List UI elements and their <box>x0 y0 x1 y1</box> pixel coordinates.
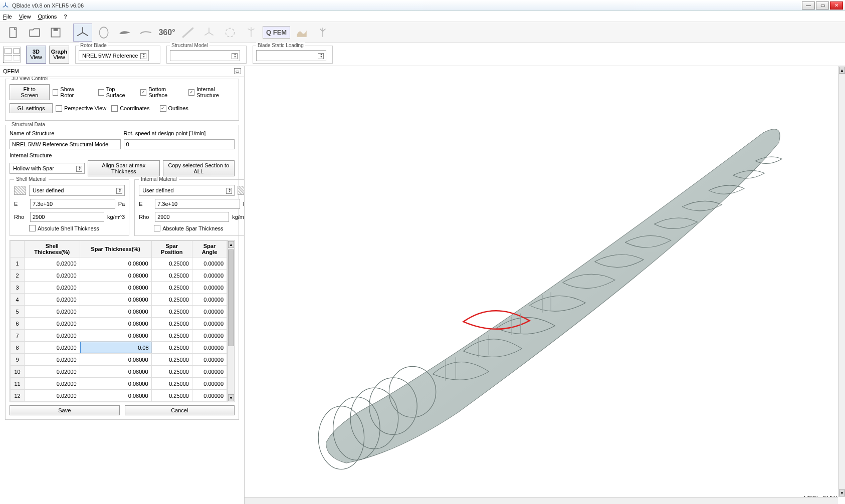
rotor-spin-icon[interactable] <box>221 24 240 42</box>
col-shell-thickness[interactable]: Shell Thickness(%) <box>25 241 80 258</box>
table-cell[interactable]: 0.08000 <box>80 366 151 378</box>
table-row[interactable]: 110.020000.080000.250000.00000 <box>11 378 227 390</box>
abs-shell-thickness-checkbox[interactable]: Absolute Shell Thickness <box>29 225 125 231</box>
close-button[interactable]: ✕ <box>830 2 843 10</box>
table-cell[interactable]: 0.02000 <box>25 330 80 342</box>
internal-structure-checkbox[interactable]: Internal Structure <box>188 86 235 98</box>
table-cell[interactable]: 0.02000 <box>25 258 80 270</box>
turbine-small-icon[interactable] <box>242 24 261 42</box>
table-cell[interactable]: 0.02000 <box>25 342 80 354</box>
new-file-icon[interactable] <box>4 24 23 42</box>
airfoil-icon[interactable] <box>115 24 134 42</box>
fit-to-screen-button[interactable]: Fit to Screen <box>10 84 50 100</box>
col-spar-position[interactable]: Spar Position <box>151 241 192 258</box>
viewport-scrollbar-v[interactable]: ▲ ▼ <box>838 66 845 497</box>
table-cell[interactable]: 0.00000 <box>192 342 227 354</box>
qfem-button[interactable]: Q FEM <box>263 26 290 39</box>
table-row[interactable]: 50.020000.080000.250000.00000 <box>11 306 227 318</box>
table-scrollbar[interactable]: ▲ ▼ <box>227 240 234 402</box>
bottom-surface-checkbox[interactable]: Bottom Surface <box>140 86 182 98</box>
table-cell[interactable]: 0.08000 <box>80 306 151 318</box>
table-row[interactable]: 10.020000.080000.250000.00000 <box>11 258 227 270</box>
perspective-view-checkbox[interactable]: Perspective View <box>56 105 106 112</box>
internal-rho-input[interactable] <box>155 212 229 222</box>
table-cell[interactable]: 0.00000 <box>192 306 227 318</box>
menu-options[interactable]: Options <box>38 14 57 20</box>
table-row[interactable]: 60.020000.080000.250000.00000 <box>11 318 227 330</box>
gl-settings-button[interactable]: GL settings <box>10 103 53 113</box>
table-cell[interactable]: 0.08000 <box>80 354 151 366</box>
table-cell[interactable]: 0.00000 <box>192 378 227 390</box>
table-cell[interactable]: 0.00000 <box>192 270 227 282</box>
panel-restore-icon[interactable]: ▭ <box>234 68 241 74</box>
table-row[interactable]: 90.020000.080000.250000.00000 <box>11 354 227 366</box>
col-spar-thickness[interactable]: Spar Thickness(%) <box>80 241 151 258</box>
cell-editor[interactable] <box>80 342 151 353</box>
outlines-checkbox[interactable]: Outlines <box>160 105 188 112</box>
blade-icon[interactable] <box>178 24 197 42</box>
table-cell[interactable]: 0.00000 <box>192 318 227 330</box>
scroll-up-icon[interactable]: ▲ <box>228 241 234 248</box>
save-file-icon[interactable] <box>46 24 65 42</box>
viewport-scrollbar-h[interactable] <box>245 497 838 504</box>
table-row[interactable]: 120.020000.080000.250000.00000 <box>11 390 227 402</box>
table-cell[interactable]: 0.02000 <box>25 354 80 366</box>
table-cell[interactable]: 0.00000 <box>192 282 227 294</box>
top-surface-checkbox[interactable]: Top Surface <box>98 86 132 98</box>
3d-viewport[interactable]: NREL_5MW ▲ ▼ <box>245 66 845 504</box>
table-cell[interactable]: 0.08000 <box>80 318 151 330</box>
name-structure-input[interactable] <box>10 139 121 149</box>
table-cell[interactable]: 0.25000 <box>151 294 192 306</box>
layout-quad-icon[interactable] <box>3 47 21 63</box>
scroll-down-icon[interactable]: ▼ <box>228 394 234 401</box>
ellipse-icon[interactable] <box>94 24 113 42</box>
surface-icon[interactable] <box>292 24 311 42</box>
table-cell[interactable]: 0.00000 <box>192 366 227 378</box>
table-cell[interactable]: 0.08000 <box>80 270 151 282</box>
view-graph-button[interactable]: GraphView <box>49 46 69 64</box>
table-cell[interactable]: 0.25000 <box>151 306 192 318</box>
minimize-button[interactable]: — <box>802 2 815 10</box>
table-cell[interactable]: 0.02000 <box>25 318 80 330</box>
angle-360-icon[interactable]: 360° <box>157 24 176 42</box>
menu-file[interactable]: File <box>3 14 12 20</box>
table-cell[interactable] <box>80 342 151 354</box>
table-cell[interactable]: 0.00000 <box>192 330 227 342</box>
internal-e-input[interactable] <box>155 199 240 209</box>
copy-section-button[interactable]: Copy selected Section to ALL <box>163 160 235 176</box>
table-cell[interactable]: 0.25000 <box>151 270 192 282</box>
align-spar-button[interactable]: Align Spar at max Thickness <box>88 160 160 176</box>
open-file-icon[interactable] <box>25 24 44 42</box>
table-cell[interactable]: 0.08000 <box>80 294 151 306</box>
table-cell[interactable]: 0.08000 <box>80 258 151 270</box>
rot-speed-input[interactable] <box>124 139 235 149</box>
structural-model-combo[interactable]: ▲▼ <box>170 50 240 61</box>
vp-scroll-up-icon[interactable]: ▲ <box>839 67 845 74</box>
airfoil2-icon[interactable] <box>136 24 155 42</box>
table-cell[interactable]: 0.08000 <box>80 330 151 342</box>
table-cell[interactable]: 0.25000 <box>151 378 192 390</box>
table-row[interactable]: 70.020000.080000.250000.00000 <box>11 330 227 342</box>
menu-help[interactable]: ? <box>64 14 67 20</box>
table-cell[interactable]: 0.25000 <box>151 282 192 294</box>
table-cell[interactable]: 0.02000 <box>25 282 80 294</box>
rotor-blade-combo[interactable]: NREL 5MW Reference▲▼ <box>79 50 149 61</box>
table-cell[interactable]: 0.25000 <box>151 390 192 402</box>
table-cell[interactable]: 0.02000 <box>25 378 80 390</box>
table-cell[interactable]: 0.25000 <box>151 366 192 378</box>
turbine-icon[interactable] <box>199 24 219 42</box>
table-cell[interactable]: 0.08000 <box>80 282 151 294</box>
table-cell[interactable]: 0.02000 <box>25 294 80 306</box>
table-cell[interactable]: 0.00000 <box>192 294 227 306</box>
turbine2-icon[interactable] <box>313 24 332 42</box>
table-row[interactable]: 30.020000.080000.250000.00000 <box>11 282 227 294</box>
coordinates-checkbox[interactable]: Coordinates <box>111 105 149 112</box>
table-cell[interactable]: 0.00000 <box>192 354 227 366</box>
table-cell[interactable]: 0.02000 <box>25 390 80 402</box>
sections-table[interactable]: Shell Thickness(%) Spar Thickness(%) Spa… <box>10 240 227 402</box>
table-row[interactable]: 100.020000.080000.250000.00000 <box>11 366 227 378</box>
scroll-thumb[interactable] <box>228 249 234 346</box>
cancel-button[interactable]: Cancel <box>125 405 235 415</box>
blade-loading-combo[interactable]: ▲▼ <box>256 50 326 61</box>
table-row[interactable]: 40.020000.080000.250000.00000 <box>11 294 227 306</box>
